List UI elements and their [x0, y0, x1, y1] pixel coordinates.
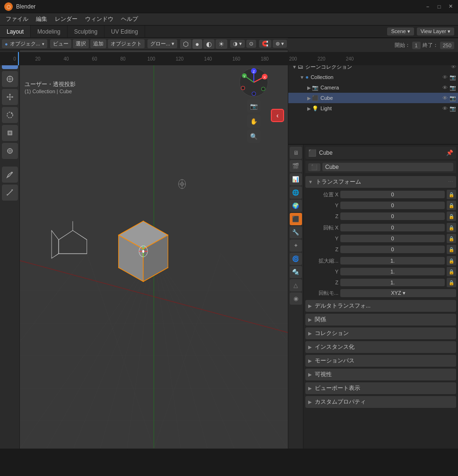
camera-vis-eye[interactable]: 👁 [442, 85, 448, 91]
outliner-cube[interactable]: ▶ ⬛ Cube 👁 📷 [288, 93, 458, 103]
scale-x-lock[interactable]: 🔒 [447, 256, 456, 265]
location-y-lock[interactable]: 🔒 [447, 201, 456, 210]
rotate-tool[interactable] [2, 107, 18, 123]
menu-file[interactable]: ファイル [2, 14, 32, 24]
cursor-tool[interactable] [2, 71, 18, 87]
view-layer-selector[interactable]: View Layer ▾ [417, 27, 454, 35]
object-name-input[interactable] [322, 163, 453, 171]
menu-edit[interactable]: 編集 [32, 14, 51, 24]
light-vis-render[interactable]: 📷 [449, 106, 456, 112]
proportional-btn[interactable]: ⊚ ▾ [273, 40, 287, 48]
prop-data-tab[interactable]: △ [290, 279, 302, 291]
outliner-camera[interactable]: ▶ 📷 Camera 👁 📷 [288, 82, 458, 93]
location-x-lock[interactable]: 🔒 [447, 190, 456, 199]
camera-vis-render[interactable]: 📷 [449, 85, 456, 91]
transform-section-header[interactable]: ▼ トランスフォーム ⋯ [305, 176, 456, 188]
axis-gizmo[interactable]: Z X Y [239, 67, 269, 97]
rotation-z-lock[interactable]: 🔒 [447, 245, 456, 254]
outliner-collection[interactable]: ▼ ● Collection 👁 📷 [288, 72, 458, 82]
mode-selector[interactable]: ● オブジェク... ▾ [2, 39, 47, 48]
collection-vis-eye[interactable]: 👁 [442, 74, 448, 80]
prop-world-tab[interactable]: 🌍 [290, 200, 302, 212]
instancing-header[interactable]: ▶ インスタンス化 [305, 341, 456, 353]
rotation-y-lock[interactable]: 🔒 [447, 234, 456, 243]
prop-physics-tab[interactable]: 🌀 [290, 253, 302, 265]
collections-header[interactable]: ▶ コレクション [305, 327, 456, 339]
rotation-z-value[interactable]: 0 [340, 246, 445, 253]
prop-pin-icon[interactable]: 📌 [446, 150, 453, 156]
motion-paths-arrow: ▶ [308, 358, 312, 363]
view-menu[interactable]: ビュー [50, 39, 71, 48]
menu-window[interactable]: ウィンドウ [81, 14, 117, 24]
motion-paths-header[interactable]: ▶ モーションパス [305, 355, 456, 367]
prop-object-tab[interactable]: ⬛ [290, 213, 302, 225]
global-selector[interactable]: グロー... ▾ [147, 39, 177, 48]
menu-help[interactable]: ヘルプ [117, 14, 142, 24]
location-z-value[interactable]: 0 [340, 212, 445, 220]
rendered-btn[interactable]: ☀ [216, 39, 227, 49]
scale-z-lock[interactable]: 🔒 [447, 278, 456, 287]
rotation-y-value[interactable]: 0 [340, 235, 445, 242]
frame-60: 60 [80, 56, 109, 62]
location-y-value[interactable]: 0 [340, 202, 445, 209]
material-btn[interactable]: ◐ [203, 39, 215, 49]
tab-modeling[interactable]: Modeling [31, 26, 68, 37]
snap-btn[interactable]: 🧲 [259, 40, 271, 48]
measure-tool[interactable] [2, 185, 18, 201]
close-button[interactable]: ✕ [447, 3, 454, 10]
select-menu[interactable]: 選択 [73, 39, 89, 48]
rotation-x-value[interactable]: 0 [340, 224, 445, 231]
prop-output-tab[interactable]: 🎬 [290, 160, 302, 172]
delta-transform-header[interactable]: ▶ デルタトランスフォ... [305, 300, 456, 312]
viewport-display-header[interactable]: ▶ ビューポート表示 [305, 382, 456, 394]
rotation-mode-value[interactable]: XYZ ▾ [340, 289, 456, 297]
cube-vis-render[interactable]: 📷 [449, 95, 456, 101]
overlay-btn[interactable]: ◑ ▾ [230, 40, 245, 48]
transform-tool[interactable] [2, 143, 18, 159]
custom-props-header[interactable]: ▶ カスタムプロパティ [305, 396, 456, 408]
visibility-header[interactable]: ▶ 可視性 [305, 369, 456, 380]
prop-scene-tab[interactable]: 🌐 [290, 186, 302, 199]
prop-constraints-tab[interactable]: 🔩 [290, 266, 302, 278]
wireframe-btn[interactable]: ⬡ [180, 39, 191, 49]
location-z-lock[interactable]: 🔒 [447, 212, 456, 221]
toggle-panel-button[interactable]: ‹ [271, 109, 284, 122]
annotate-tool[interactable] [2, 167, 18, 183]
scale-tool[interactable] [2, 125, 18, 141]
light-vis-eye[interactable]: 👁 [442, 106, 448, 112]
scale-z-value[interactable]: 1. [340, 279, 445, 286]
scale-y-value[interactable]: 1. [340, 268, 445, 275]
scale-x-value[interactable]: 1. [340, 257, 445, 264]
start-frame[interactable]: 1 [412, 42, 421, 49]
tab-uv-editing[interactable]: UV Editing [104, 26, 145, 37]
transform-options[interactable]: ⋯ [448, 179, 453, 185]
tab-sculpting[interactable]: Sculpting [68, 26, 104, 37]
menu-render[interactable]: レンダー [51, 14, 81, 24]
scene-selector[interactable]: Scene ▾ [387, 27, 414, 35]
location-x-value[interactable]: 0 [340, 191, 445, 198]
cube-vis-eye[interactable]: 👁 [442, 95, 448, 101]
zoom-btn[interactable]: 🔍 [247, 130, 260, 143]
pan-btn[interactable]: ✋ [247, 115, 260, 128]
prop-material-tab[interactable]: ◉ [290, 292, 302, 305]
viewport[interactable]: ユーザー・透視投影 (1) Collection | Cube Z [20, 50, 288, 449]
xray-btn[interactable]: ⊙ [246, 40, 256, 48]
tab-layout[interactable]: Layout [0, 26, 31, 37]
collection-vis-render[interactable]: 📷 [449, 74, 456, 80]
outliner-light[interactable]: ▶ 💡 Light 👁 📷 [288, 103, 458, 114]
minimize-button[interactable]: − [424, 3, 432, 10]
rotation-x-lock[interactable]: 🔒 [447, 223, 456, 232]
camera-view-btn[interactable]: 📷 [247, 99, 260, 113]
prop-particles-tab[interactable]: ✦ [290, 239, 302, 252]
object-menu[interactable]: オブジェクト [108, 39, 145, 48]
add-menu[interactable]: 追加 [90, 39, 106, 48]
solid-btn[interactable]: ● [192, 39, 202, 49]
maximize-button[interactable]: □ [435, 3, 443, 10]
prop-render-tab[interactable]: 🖥 [290, 147, 302, 159]
move-tool[interactable] [2, 89, 18, 105]
end-frame[interactable]: 250 [440, 42, 454, 49]
scale-y-lock[interactable]: 🔒 [447, 267, 456, 276]
prop-view-layer-tab[interactable]: 📊 [290, 173, 302, 185]
prop-modifiers-tab[interactable]: 🔧 [290, 226, 302, 238]
relations-header[interactable]: ▶ 関係 [305, 314, 456, 326]
